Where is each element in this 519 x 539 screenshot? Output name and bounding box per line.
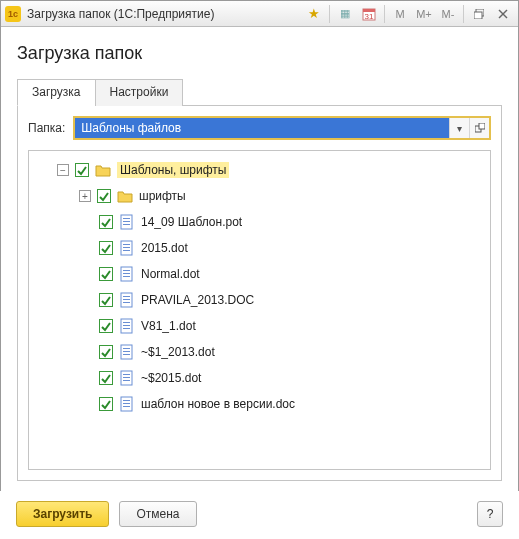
checkbox[interactable] [99, 397, 113, 411]
memory-m-button[interactable]: M [389, 4, 411, 24]
window-restore-button[interactable] [468, 4, 490, 24]
window-close-button[interactable] [492, 4, 514, 24]
window-title: Загрузка папок (1С:Предприятие) [27, 7, 303, 21]
svg-rect-10 [123, 218, 130, 219]
file-icon [119, 214, 135, 230]
file-icon [119, 318, 135, 334]
tree-node-label: ~$1_2013.dot [141, 345, 215, 359]
file-icon [119, 344, 135, 360]
help-button[interactable]: ? [477, 501, 503, 527]
svg-text:31: 31 [365, 12, 374, 21]
svg-rect-27 [123, 325, 130, 326]
tree-node-label: 2015.dot [141, 241, 188, 255]
collapse-icon[interactable]: − [57, 164, 69, 176]
grid-icon[interactable]: ▦ [334, 4, 356, 24]
tree-row[interactable]: 2015.dot [33, 235, 486, 261]
svg-rect-34 [123, 374, 130, 375]
svg-rect-23 [123, 299, 130, 300]
tree-row[interactable]: Normal.dot [33, 261, 486, 287]
svg-rect-11 [123, 221, 130, 222]
calendar-icon[interactable]: 31 [358, 4, 380, 24]
memory-mminus-button[interactable]: M- [437, 4, 459, 24]
cancel-button[interactable]: Отмена [119, 501, 196, 527]
checkbox[interactable] [99, 345, 113, 359]
dropdown-icon[interactable]: ▾ [449, 118, 469, 138]
svg-rect-31 [123, 351, 130, 352]
open-dialog-icon[interactable] [469, 118, 489, 138]
tree-row[interactable]: ~$2015.dot [33, 365, 486, 391]
tree-node-label: Normal.dot [141, 267, 200, 281]
checkbox[interactable] [97, 189, 111, 203]
tree-row[interactable]: шаблон новое в версии.doc [33, 391, 486, 417]
svg-rect-8 [479, 123, 485, 129]
tree-row[interactable]: + шрифты [33, 183, 486, 209]
tree-row[interactable]: 14_09 Шаблон.pot [33, 209, 486, 235]
separator [384, 5, 385, 23]
folder-input[interactable] [75, 118, 449, 138]
checkbox[interactable] [99, 267, 113, 281]
memory-mplus-button[interactable]: M+ [413, 4, 435, 24]
svg-rect-4 [474, 12, 482, 19]
tab-settings[interactable]: Настройки [95, 79, 184, 106]
folder-field-label: Папка: [28, 121, 65, 135]
tree-row[interactable]: PRAVILA_2013.DOC [33, 287, 486, 313]
folder-input-wrap: ▾ [73, 116, 491, 140]
app-icon: 1c [5, 6, 21, 22]
svg-rect-15 [123, 247, 130, 248]
svg-rect-19 [123, 273, 130, 274]
load-button[interactable]: Загрузить [16, 501, 109, 527]
file-icon [119, 370, 135, 386]
svg-rect-12 [123, 224, 130, 225]
tree-node-label: ~$2015.dot [141, 371, 201, 385]
svg-rect-40 [123, 406, 130, 407]
favorite-icon[interactable]: ★ [303, 4, 325, 24]
svg-rect-16 [123, 250, 130, 251]
footer: Загрузить Отмена ? [0, 491, 519, 539]
window-titlebar: 1c Загрузка папок (1С:Предприятие) ★ ▦ 3… [1, 1, 518, 27]
checkbox[interactable] [75, 163, 89, 177]
tabs: Загрузка Настройки [17, 78, 502, 106]
svg-rect-24 [123, 302, 130, 303]
tree-node-label: PRAVILA_2013.DOC [141, 293, 254, 307]
tree-node-label: шрифты [139, 189, 186, 203]
separator [329, 5, 330, 23]
checkbox[interactable] [99, 293, 113, 307]
folder-icon [117, 188, 133, 204]
svg-rect-28 [123, 328, 130, 329]
checkbox[interactable] [99, 241, 113, 255]
tree-node-label: V81_1.dot [141, 319, 196, 333]
svg-rect-18 [123, 270, 130, 271]
file-icon [119, 292, 135, 308]
file-icon [119, 240, 135, 256]
tree-row-root[interactable]: − Шаблоны, шрифты [33, 157, 486, 183]
checkbox[interactable] [99, 371, 113, 385]
checkbox[interactable] [99, 215, 113, 229]
svg-rect-38 [123, 400, 130, 401]
tree-node-label: шаблон новое в версии.doc [141, 397, 295, 411]
svg-rect-26 [123, 322, 130, 323]
svg-rect-20 [123, 276, 130, 277]
separator [463, 5, 464, 23]
file-icon [119, 396, 135, 412]
svg-rect-35 [123, 377, 130, 378]
tree-row[interactable]: ~$1_2013.dot [33, 339, 486, 365]
tree-row[interactable]: V81_1.dot [33, 313, 486, 339]
checkbox[interactable] [99, 319, 113, 333]
expand-icon[interactable]: + [79, 190, 91, 202]
folder-tree[interactable]: − Шаблоны, шрифты + шрифты 14_09 [28, 150, 491, 470]
page-title: Загрузка папок [17, 43, 502, 64]
tab-load[interactable]: Загрузка [17, 79, 96, 106]
svg-rect-30 [123, 348, 130, 349]
svg-rect-39 [123, 403, 130, 404]
svg-rect-32 [123, 354, 130, 355]
file-icon [119, 266, 135, 282]
tree-node-label: 14_09 Шаблон.pot [141, 215, 242, 229]
tab-pane-load: Папка: ▾ − Шаблоны, шрифты [17, 106, 502, 481]
folder-icon [95, 162, 111, 178]
tree-node-label: Шаблоны, шрифты [117, 162, 229, 178]
svg-rect-14 [123, 244, 130, 245]
svg-rect-36 [123, 380, 130, 381]
svg-rect-22 [123, 296, 130, 297]
